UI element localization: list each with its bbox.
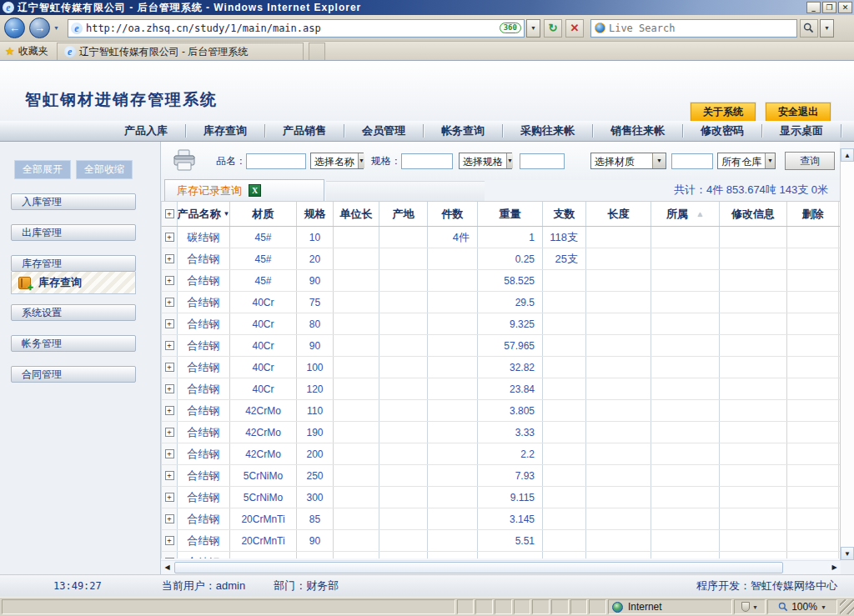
- cell-weight: 5.51: [478, 530, 543, 551]
- menu-item-member[interactable]: 会员管理: [344, 124, 424, 138]
- protected-mode-panel[interactable]: ▼: [734, 599, 765, 614]
- stop-button[interactable]: ✕: [565, 19, 584, 38]
- menu-item-product-sale[interactable]: 产品销售: [265, 124, 344, 138]
- chevron-down-icon[interactable]: ▼: [358, 153, 364, 168]
- expand-all-rows-icon[interactable]: +: [165, 209, 174, 218]
- col-product-name[interactable]: 产品名称▼: [178, 202, 230, 226]
- cell-belong: [651, 378, 720, 399]
- browser-tab[interactable]: e 辽宁智虹传媒有限公司 - 后台管理系统: [57, 43, 304, 60]
- menu-item-purchase-account[interactable]: 采购往来帐: [503, 124, 593, 138]
- cell-weight: 3.33: [478, 422, 543, 443]
- menu-item-show-desktop[interactable]: 显示桌面: [762, 124, 841, 138]
- horizontal-scrollbar[interactable]: ◀ ▶: [161, 560, 841, 574]
- search-options-dropdown[interactable]: ▼: [820, 19, 834, 38]
- length-input[interactable]: [671, 153, 713, 169]
- live-search-box[interactable]: [590, 19, 797, 38]
- spec-input[interactable]: [401, 153, 453, 169]
- chevron-down-icon[interactable]: ▼: [652, 153, 666, 168]
- expand-row-icon[interactable]: +: [165, 536, 174, 545]
- expand-row-icon[interactable]: +: [165, 471, 174, 480]
- col-material[interactable]: 材质: [230, 202, 297, 226]
- collapse-all-button[interactable]: 全部收缩: [76, 160, 133, 179]
- sidebar-panel-inbound[interactable]: 入库管理: [11, 193, 136, 210]
- query-button[interactable]: 查询: [785, 152, 835, 170]
- expand-row-icon[interactable]: +: [165, 406, 174, 415]
- zoom-panel[interactable]: 100% ▼: [767, 599, 838, 614]
- address-dropdown-button[interactable]: ▼: [526, 19, 540, 38]
- expand-row-icon[interactable]: +: [165, 363, 174, 372]
- about-system-button[interactable]: 关于系统: [691, 103, 756, 122]
- search-input[interactable]: [609, 21, 796, 36]
- material-select[interactable]: 选择材质 ▼: [590, 153, 666, 169]
- back-button[interactable]: ←: [4, 18, 25, 38]
- expand-row-icon[interactable]: +: [165, 254, 174, 263]
- new-tab-stub[interactable]: [309, 43, 325, 60]
- expand-row-icon[interactable]: +: [165, 341, 174, 350]
- expand-all-button[interactable]: 全部展开: [14, 160, 71, 179]
- cell-weight: [478, 552, 543, 558]
- col-spec[interactable]: 规格: [297, 202, 334, 226]
- col-weight[interactable]: 重量: [478, 202, 543, 226]
- expand-row-icon[interactable]: +: [165, 449, 174, 458]
- sidebar-panel-accounting[interactable]: 帐务管理: [11, 335, 136, 352]
- menu-item-change-password[interactable]: 修改密码: [683, 124, 762, 138]
- printer-icon[interactable]: [171, 149, 198, 173]
- scroll-down-icon[interactable]: ▼: [841, 547, 854, 560]
- scroll-up-icon[interactable]: ▲: [841, 148, 854, 162]
- expand-row-icon[interactable]: +: [165, 384, 174, 393]
- status-message-panel: [2, 599, 455, 614]
- col-origin[interactable]: 产地: [379, 202, 428, 226]
- sidebar-panel-contract[interactable]: 合同管理: [11, 366, 136, 383]
- expand-row-icon[interactable]: +: [165, 558, 174, 558]
- chevron-down-icon[interactable]: ▼: [506, 153, 513, 168]
- col-count[interactable]: 支数: [543, 202, 586, 226]
- excel-export-icon[interactable]: X: [249, 184, 261, 197]
- col-pieces[interactable]: 件数: [428, 202, 478, 226]
- sidebar-panel-system[interactable]: 系统设置: [11, 304, 136, 321]
- scroll-left-icon[interactable]: ◀: [161, 561, 173, 574]
- safe-logout-button[interactable]: 安全退出: [766, 103, 831, 122]
- warehouse-select[interactable]: 所有仓库 ▼: [717, 153, 776, 169]
- sidebar-item-stock-query[interactable]: ✚ 库存查询: [12, 272, 135, 293]
- recent-pages-dropdown-icon[interactable]: ▼: [53, 25, 59, 31]
- expand-row-icon[interactable]: +: [165, 428, 174, 437]
- expand-row-icon[interactable]: +: [165, 233, 174, 242]
- vertical-scroll-thumb[interactable]: [841, 162, 854, 547]
- chevron-down-icon[interactable]: ▼: [765, 153, 775, 168]
- material-input[interactable]: [520, 153, 565, 169]
- scroll-right-icon[interactable]: ▶: [828, 561, 841, 574]
- col-belong[interactable]: 所属▲: [651, 202, 720, 226]
- sidebar-panel-outbound[interactable]: 出库管理: [11, 224, 136, 241]
- forward-button[interactable]: →: [29, 18, 50, 38]
- menu-item-sales-account[interactable]: 销售往来帐: [593, 124, 683, 138]
- horizontal-scroll-thumb[interactable]: [174, 562, 783, 573]
- refresh-button[interactable]: ↻: [544, 19, 562, 38]
- search-go-button[interactable]: [800, 19, 818, 38]
- restore-button[interactable]: ❐: [822, 2, 836, 13]
- address-bar[interactable]: e http://oa.zhsq.cn/study/1/main/main.as…: [68, 19, 525, 38]
- sidebar-panel-stock[interactable]: 库存管理: [11, 255, 136, 272]
- menu-item-stock-query[interactable]: 库存查询: [186, 124, 265, 138]
- name-select[interactable]: 选择名称 ▼: [310, 153, 364, 169]
- col-unit-length[interactable]: 单位长: [334, 202, 379, 226]
- minimize-button[interactable]: _: [806, 2, 821, 13]
- vertical-scrollbar[interactable]: ▲ ▼: [840, 148, 854, 560]
- col-delete[interactable]: 删除: [787, 202, 839, 226]
- expand-row-icon[interactable]: +: [165, 514, 174, 523]
- name-input[interactable]: [246, 153, 306, 169]
- col-modify-info[interactable]: 修改信息: [720, 202, 787, 226]
- stock-record-tab[interactable]: 库存记录查询 X: [164, 179, 324, 201]
- expand-row-icon[interactable]: +: [165, 298, 174, 307]
- address-url[interactable]: http://oa.zhsq.cn/study/1/main/main.asp: [86, 23, 500, 34]
- col-length[interactable]: 长度: [586, 202, 651, 226]
- favorites-button[interactable]: ★ 收藏夹: [0, 42, 57, 60]
- menu-item-account-query[interactable]: 帐务查询: [424, 124, 503, 138]
- zoom-level-text: 100%: [791, 601, 817, 613]
- expand-row-icon[interactable]: +: [165, 493, 174, 502]
- resize-grip[interactable]: [840, 599, 854, 614]
- spec-select[interactable]: 选择规格 ▼: [459, 153, 512, 169]
- close-button[interactable]: ✕: [838, 2, 852, 13]
- menu-item-product-in[interactable]: 产品入库: [107, 124, 186, 138]
- expand-row-icon[interactable]: +: [165, 276, 174, 285]
- expand-row-icon[interactable]: +: [165, 319, 174, 328]
